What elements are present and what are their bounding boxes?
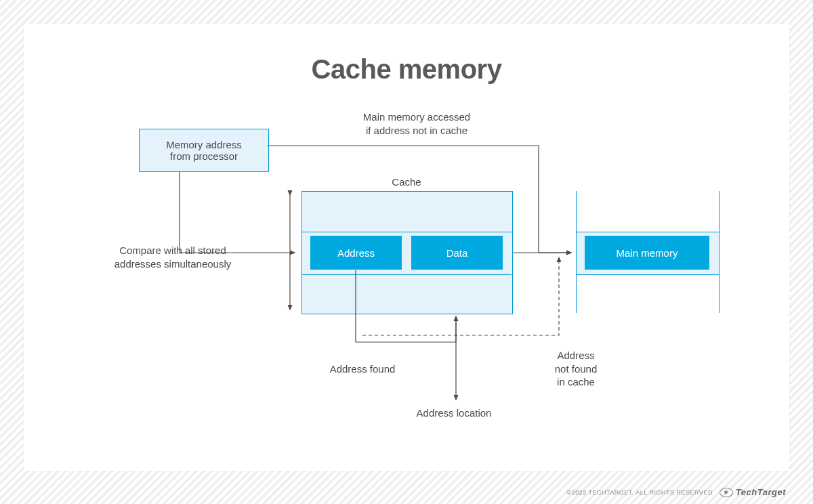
box-address: Address (310, 236, 402, 270)
eye-icon (720, 488, 733, 497)
brand-name: TechTarget (736, 487, 786, 497)
label-address-location: Address location (400, 406, 508, 420)
label-cache-header: Cache (301, 175, 512, 189)
box-data: Data (411, 236, 503, 270)
label-compare: Compare with all stored addresses simult… (98, 244, 247, 270)
label-not-found: Address not found in cache (535, 349, 617, 389)
label-top-note: Main memory accessed if address not in c… (329, 110, 505, 137)
brand-logo: TechTarget (720, 487, 786, 497)
box-main-memory: Main memory (585, 236, 709, 270)
box-processor: Memory address from processor (139, 129, 269, 172)
diagram-canvas: Cache memory Memory address from process… (24, 24, 789, 471)
diagram-title: Cache memory (24, 54, 789, 85)
footer: ©2022 TECHTARGET. ALL RIGHTS RESERVED Te… (567, 487, 786, 497)
footer-copyright: ©2022 TECHTARGET. ALL RIGHTS RESERVED (567, 489, 713, 496)
label-address-found: Address found (308, 362, 417, 376)
